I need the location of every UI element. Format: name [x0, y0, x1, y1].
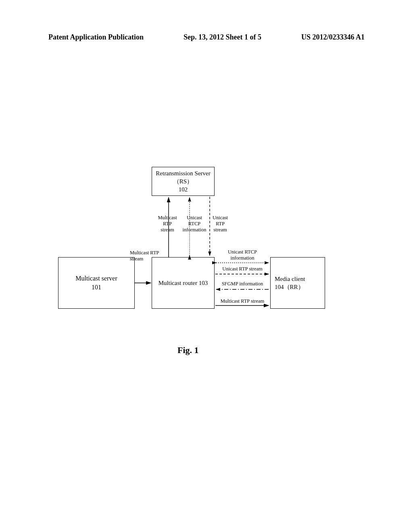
label-right1: Unicast RTCP information: [216, 249, 269, 261]
mc-line2: 104（RR）: [275, 283, 304, 291]
ms-line1: Multicast server: [75, 274, 117, 283]
label-right4: Multicast RTP stream: [216, 298, 269, 304]
rs-line1: Retransmission Server: [156, 169, 210, 177]
mc-line1: Media client: [275, 275, 305, 283]
ms-num: 101: [92, 283, 101, 292]
label-rs-left: Multicast RTP stream: [153, 215, 181, 233]
box-multicast-server: Multicast server 101: [58, 257, 135, 309]
header-center: Sep. 13, 2012 Sheet 1 of 5: [184, 33, 261, 42]
mr-line1: Multicast router 103: [159, 279, 208, 287]
label-right2: Unicast RTP stream: [216, 266, 269, 272]
header-left: Patent Application Publication: [48, 33, 144, 42]
page: Patent Application Publication Sep. 13, …: [0, 0, 413, 532]
rs-num: 102: [179, 185, 188, 193]
label-ms-to-mr: Multicast RTP stream: [130, 250, 174, 262]
box-retransmission-server: Retransmission Server （RS） 102: [152, 167, 215, 196]
label-rs-right: Unicast RTP stream: [208, 215, 232, 233]
label-rs-mid: Unicast RTCP information: [179, 215, 210, 233]
box-media-client: Media client 104（RR）: [270, 257, 325, 309]
label-right3: SFGMP information: [216, 281, 269, 287]
page-header: Patent Application Publication Sep. 13, …: [0, 33, 413, 42]
header-right: US 2012/0233346 A1: [301, 33, 365, 42]
figure-caption: Fig. 1: [177, 345, 199, 355]
box-multicast-router: Multicast router 103: [152, 257, 215, 309]
rs-line2: （RS）: [173, 177, 193, 185]
